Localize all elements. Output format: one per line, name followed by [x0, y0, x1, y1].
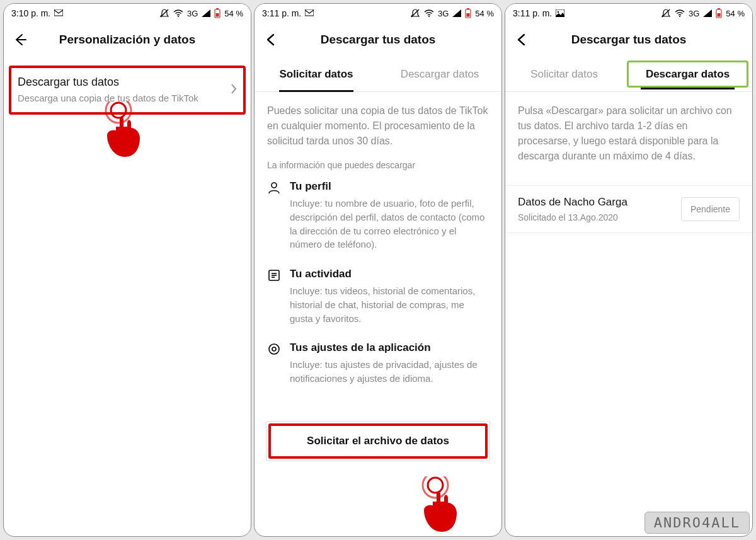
- clock-text: 3:10 p. m.: [11, 8, 50, 18]
- page-title: Descargar tus datos: [278, 33, 478, 47]
- svg-rect-5: [216, 13, 219, 17]
- mute-icon: [661, 8, 671, 18]
- battery-icon: [465, 8, 471, 18]
- info-item-settings: Tus ajustes de la aplicación Incluye: tu…: [267, 342, 489, 386]
- signal-icon: [703, 9, 712, 17]
- info-item-profile: Tu perfil Incluye: tu nombre de usuario,…: [267, 180, 489, 251]
- pending-date: Solicitado el 13.Ago.2020: [518, 212, 627, 222]
- svg-rect-29: [718, 13, 721, 17]
- status-bar: 3:11 p. m. 3G 54 %: [255, 4, 501, 23]
- gear-icon: [267, 343, 281, 357]
- page-title: Descargar tus datos: [529, 33, 728, 47]
- svg-point-14: [272, 183, 277, 188]
- svg-point-2: [178, 16, 179, 17]
- battery-text: 54 %: [726, 9, 745, 18]
- pending-title: Datos de Nacho Garga: [518, 196, 627, 209]
- info-title: Tu perfil: [290, 180, 489, 193]
- screenshot-triptych: 3:10 p. m. 3G 54 % Personalización y dat…: [0, 0, 756, 540]
- phone-screen-2: 3:11 p. m. 3G 54 % Descargar tus datos S…: [254, 3, 502, 537]
- signal-icon: [452, 9, 461, 17]
- back-arrow-icon[interactable]: [13, 32, 28, 47]
- battery-text: 54 %: [475, 9, 494, 18]
- wifi-icon: [173, 9, 183, 17]
- section-header: La información que puedes descargar: [267, 160, 489, 170]
- info-title: Tus ajustes de la aplicación: [290, 342, 489, 354]
- tab-download-data[interactable]: Descargar datos: [378, 57, 501, 91]
- tabs: Solicitar datos Descargar datos: [505, 57, 752, 92]
- tab-request-data[interactable]: Solicitar datos: [505, 57, 623, 91]
- chevron-right-icon: [231, 83, 237, 97]
- network-text: 3G: [689, 9, 699, 18]
- back-chevron-icon[interactable]: [514, 32, 529, 47]
- pending-request-row: Datos de Nacho Garga Solicitado el 13.Ag…: [505, 185, 752, 233]
- signal-icon: [202, 9, 210, 17]
- svg-point-22: [423, 476, 448, 498]
- svg-point-26: [679, 16, 680, 17]
- battery-icon: [214, 8, 220, 18]
- tap-gesture-icon: [98, 101, 149, 158]
- svg-point-24: [558, 11, 559, 13]
- app-bar: Personalización y datos: [4, 23, 251, 57]
- row-title: Descargar tus datos: [18, 76, 198, 89]
- clock-text: 3:11 p. m.: [262, 8, 301, 18]
- status-bar: 3:10 p. m. 3G 54 %: [4, 4, 251, 23]
- app-bar: Descargar tus datos: [255, 23, 501, 57]
- watermark: ANDRO4ALL: [644, 512, 750, 534]
- network-text: 3G: [187, 9, 198, 18]
- tab-download-data[interactable]: Descargar datos: [627, 60, 748, 88]
- info-item-activity: Tu actividad Incluye: tus videos, histor…: [267, 268, 489, 325]
- svg-rect-28: [718, 8, 720, 9]
- intro-text: Pulsa «Descargar» para solicitar un arch…: [518, 103, 740, 164]
- info-desc: Incluye: tu nombre de usuario, foto de p…: [290, 197, 489, 251]
- intro-text: Puedes solicitar una copia de tus datos …: [267, 103, 489, 149]
- info-desc: Incluye: tus ajustes de privacidad, ajus…: [290, 358, 489, 386]
- tap-gesture-icon: [415, 476, 466, 533]
- person-icon: [267, 181, 281, 195]
- battery-text: 54 %: [224, 9, 243, 18]
- info-desc: Incluye: tus videos, historial de coment…: [290, 284, 489, 325]
- tab-request-data[interactable]: Solicitar datos: [255, 57, 378, 91]
- image-icon: [556, 9, 564, 17]
- tabs: Solicitar datos Descargar datos: [255, 57, 501, 92]
- battery-icon: [716, 8, 722, 18]
- svg-point-21: [428, 478, 443, 493]
- phone-screen-3: 3:11 p. m. 3G 54 % Descargar tus datos S…: [505, 3, 753, 537]
- page-title: Personalización y datos: [28, 33, 227, 47]
- svg-point-19: [272, 347, 276, 351]
- message-icon: [54, 9, 63, 17]
- svg-point-7: [106, 101, 131, 123]
- svg-rect-8: [305, 9, 314, 16]
- wifi-icon: [424, 9, 434, 17]
- info-title: Tu actividad: [290, 268, 489, 280]
- request-data-button-label: Solicitar el archivo de datos: [268, 423, 488, 459]
- back-chevron-icon[interactable]: [263, 32, 278, 47]
- clock-text: 3:11 p. m.: [513, 8, 552, 18]
- pending-status-button[interactable]: Pendiente: [681, 197, 740, 221]
- network-text: 3G: [438, 9, 449, 18]
- svg-point-10: [428, 16, 430, 17]
- app-bar: Descargar tus datos: [505, 23, 752, 57]
- svg-rect-4: [216, 8, 219, 9]
- message-icon: [305, 9, 314, 17]
- svg-rect-13: [467, 13, 470, 17]
- phone-screen-1: 3:10 p. m. 3G 54 % Personalización y dat…: [3, 3, 251, 537]
- request-data-button[interactable]: Solicitar el archivo de datos: [266, 421, 490, 461]
- status-bar: 3:11 p. m. 3G 54 %: [505, 4, 752, 23]
- svg-point-6: [111, 103, 126, 118]
- svg-point-20: [269, 344, 279, 354]
- svg-rect-12: [467, 8, 469, 9]
- mute-icon: [159, 8, 169, 18]
- mute-icon: [410, 8, 420, 18]
- svg-rect-0: [54, 9, 63, 16]
- wifi-icon: [675, 9, 685, 17]
- list-icon: [267, 269, 281, 283]
